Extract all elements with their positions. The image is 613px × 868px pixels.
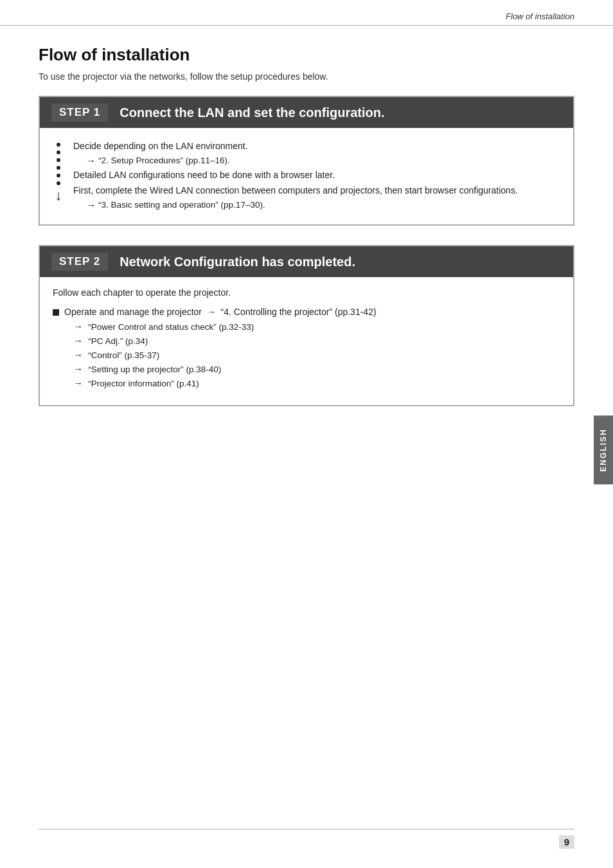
step1-link2-text: “3. Basic setting and operation” (pp.17–… xyxy=(98,200,265,210)
step1-bullet-1: Decide depending on the LAN environment. xyxy=(73,140,560,153)
bullet-dot-6 xyxy=(57,181,60,185)
intro-text: To use the projector via the networks, f… xyxy=(39,71,574,82)
step2-box: STEP 2 Network Configuration has complet… xyxy=(39,245,574,406)
sub-link-4: → “Setting up the projector” (p.38-40) xyxy=(73,363,560,374)
step1-title: Connect the LAN and set the configuratio… xyxy=(120,105,384,120)
sub-link-1-text: “Power Control and status check” (p.32-3… xyxy=(88,322,254,332)
operate-line: Operate and manage the projector → “4. C… xyxy=(53,307,560,317)
step1-arrow-link2: → “3. Basic setting and operation” (pp.1… xyxy=(86,199,560,210)
black-square-icon xyxy=(53,309,59,316)
bullet-dot-2 xyxy=(57,150,60,154)
step1-arrow-link1: → “2. Setup Procedures” (pp.11–16). xyxy=(86,155,560,166)
bullet-arrow-down: ↓ xyxy=(55,188,62,203)
header-title: Flow of installation xyxy=(506,12,574,21)
sub-link-2: → “PC Adj.” (p.34) xyxy=(73,335,560,346)
step1-bullet-2: Detailed LAN configurations need to be d… xyxy=(73,168,560,182)
sub-arrow-5: → xyxy=(73,377,85,388)
bullet-column: ↓ xyxy=(53,140,64,203)
step1-link1-text: “2. Setup Procedures” (pp.11–16). xyxy=(98,156,230,165)
page-container: Flow of installation Flow of installatio… xyxy=(0,0,613,868)
sub-arrow-1: → xyxy=(73,321,85,332)
step1-texts: Decide depending on the LAN environment.… xyxy=(73,140,560,213)
step2-body: Follow each chapter to operate the proje… xyxy=(40,277,573,405)
bullet-dot-3 xyxy=(57,158,60,162)
sub-link-5: → “Projector information” (p.41) xyxy=(73,377,560,388)
sub-arrow-2: → xyxy=(73,335,85,346)
page-title: Flow of installation xyxy=(39,45,574,65)
page-header: Flow of installation xyxy=(0,0,613,26)
follow-text: Follow each chapter to operate the proje… xyxy=(53,287,560,298)
main-content: Flow of installation To use the projecto… xyxy=(0,32,613,451)
bullet-dot-1 xyxy=(57,143,60,147)
bottom-rule xyxy=(39,829,574,829)
page-number: 9 xyxy=(559,835,574,849)
step2-label: STEP 2 xyxy=(51,253,108,271)
bullet-dot-5 xyxy=(57,174,60,177)
sub-link-2-text: “PC Adj.” (p.34) xyxy=(88,336,148,346)
sub-link-3-text: “Control” (p.35-37) xyxy=(88,350,159,360)
english-tab: ENGLISH xyxy=(594,415,613,484)
step1-label: STEP 1 xyxy=(51,104,108,122)
bullet-dot-4 xyxy=(57,166,60,170)
sidebar-label: ENGLISH xyxy=(599,428,608,471)
sub-links: → “Power Control and status check” (p.32… xyxy=(73,321,560,388)
step1-header: STEP 1 Connect the LAN and set the confi… xyxy=(40,97,573,128)
arrow-sym-1: → xyxy=(86,155,96,166)
sub-link-1: → “Power Control and status check” (p.32… xyxy=(73,321,560,332)
sub-arrow-3: → xyxy=(73,349,85,360)
step1-bullet-flow: ↓ Decide depending on the LAN environmen… xyxy=(53,140,560,213)
arrow-sym-2: → xyxy=(86,199,96,210)
operate-section: Operate and manage the projector → “4. C… xyxy=(53,307,560,388)
step1-body: ↓ Decide depending on the LAN environmen… xyxy=(40,128,573,224)
step1-box: STEP 1 Connect the LAN and set the confi… xyxy=(39,96,574,226)
step1-bullet-3: First, complete the Wired LAN connection… xyxy=(73,184,560,197)
step2-header: STEP 2 Network Configuration has complet… xyxy=(40,246,573,277)
sub-arrow-4: → xyxy=(73,363,85,374)
sub-link-4-text: “Setting up the projector” (p.38-40) xyxy=(88,365,221,374)
operate-label: Operate and manage the projector → “4. C… xyxy=(64,307,377,317)
sub-link-5-text: “Projector information” (p.41) xyxy=(88,379,199,388)
step2-title: Network Configuration has completed. xyxy=(120,255,355,269)
sub-link-3: → “Control” (p.35-37) xyxy=(73,349,560,360)
